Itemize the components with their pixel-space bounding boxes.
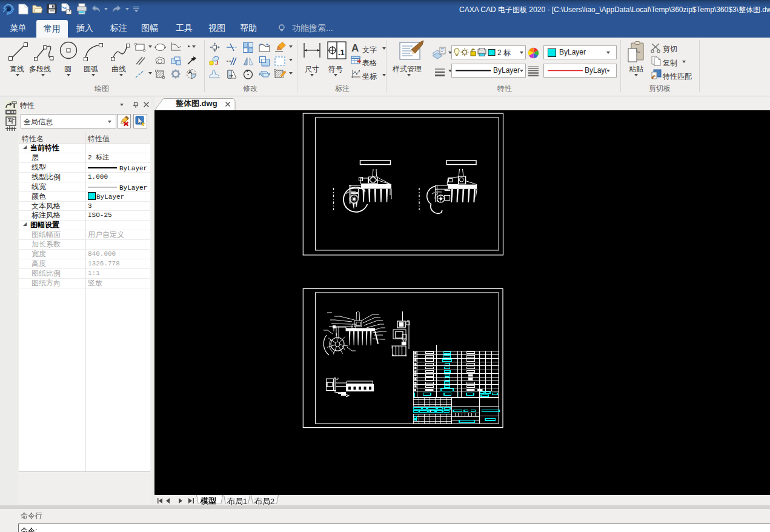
svg-text:2 标: 2 标 [497, 48, 511, 57]
svg-text:ByLayer: ByLayer [119, 165, 147, 172]
svg-text:ByLayer: ByLayer [119, 184, 147, 191]
svg-text:A: A [188, 69, 193, 75]
svg-text:.1: .1 [338, 48, 345, 57]
